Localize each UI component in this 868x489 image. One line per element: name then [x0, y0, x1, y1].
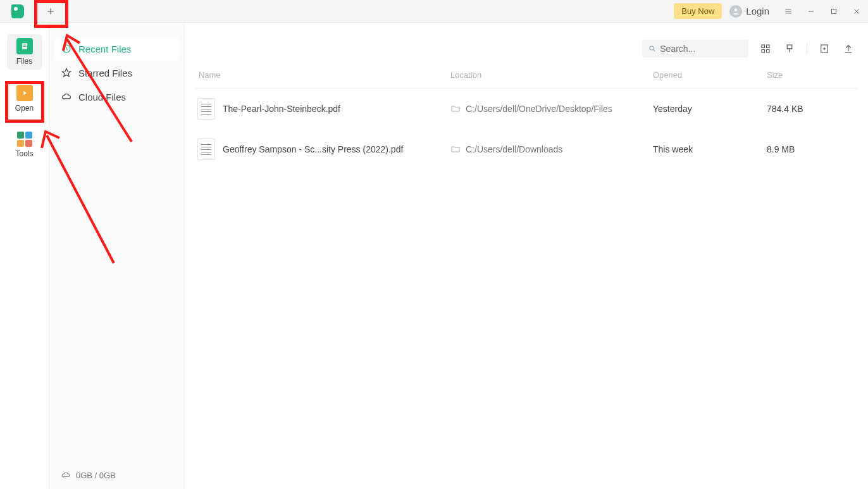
file-location-cell: C:/Users/dell/Downloads	[450, 144, 653, 154]
rail-item-label: Tools	[15, 149, 33, 158]
svg-point-16	[650, 46, 654, 50]
file-nav-panel: Recent Files Starred Files Cloud Files 0…	[49, 23, 185, 489]
star-icon	[61, 67, 72, 78]
hamburger-icon	[784, 7, 793, 16]
toolbar-separator	[807, 43, 807, 54]
table-row[interactable]: The-Pearl-John-Steinbeck.pdf C:/Users/de…	[195, 89, 858, 129]
nav-item-label: Starred Files	[78, 68, 132, 78]
svg-rect-12	[23, 46, 26, 47]
file-size: 784.4 KB	[767, 104, 855, 114]
pin-button[interactable]	[783, 42, 797, 56]
folder-icon	[450, 144, 461, 154]
storage-footer: 0GB / 0GB	[49, 461, 184, 489]
search-box[interactable]	[642, 40, 748, 58]
table-header: Name Location Opened Size	[195, 62, 858, 89]
svg-rect-21	[767, 50, 770, 53]
column-header-name[interactable]: Name	[197, 70, 450, 80]
search-icon	[648, 44, 656, 53]
rail-item-tools[interactable]: Tools	[7, 128, 42, 162]
plus-icon	[46, 6, 56, 16]
cloud-icon	[61, 91, 72, 102]
main-content: Name Location Opened Size The-Pearl-John…	[185, 23, 868, 489]
maximize-icon	[829, 7, 838, 16]
file-name: Geoffrey Sampson - Sc...sity Press (2022…	[223, 144, 450, 154]
file-location: C:/Users/dell/OneDrive/Desktop/Files	[466, 104, 612, 114]
rail-item-files[interactable]: Files	[7, 34, 42, 70]
new-file-button[interactable]	[817, 42, 831, 56]
login-label: Login	[746, 6, 769, 16]
close-icon	[852, 7, 861, 16]
rail-item-label: Files	[16, 57, 32, 66]
main-toolbar	[195, 35, 858, 62]
storage-text: 0GB / 0GB	[76, 471, 116, 480]
nav-item-recent-files[interactable]: Recent Files	[54, 37, 179, 61]
file-name: The-Pearl-John-Steinbeck.pdf	[223, 104, 450, 114]
table-row[interactable]: Geoffrey Sampson - Sc...sity Press (2022…	[195, 129, 858, 170]
window-maximize-button[interactable]	[822, 0, 845, 23]
svg-line-17	[654, 50, 655, 52]
new-tab-button[interactable]	[35, 0, 66, 23]
minimize-icon	[807, 7, 815, 16]
file-opened: Yesterday	[653, 104, 767, 114]
svg-rect-7	[832, 9, 836, 13]
file-location: C:/Users/dell/Downloads	[466, 144, 562, 154]
window-minimize-button[interactable]	[800, 0, 822, 23]
column-header-size[interactable]: Size	[767, 70, 855, 80]
file-thumbnail-icon	[197, 139, 215, 160]
svg-rect-11	[23, 45, 26, 46]
grid-icon	[760, 43, 771, 54]
tools-grid-icon	[17, 132, 32, 147]
file-thumbnail-icon	[197, 98, 215, 120]
view-grid-button[interactable]	[759, 42, 772, 56]
upload-button[interactable]	[841, 42, 855, 56]
nav-item-starred-files[interactable]: Starred Files	[49, 61, 184, 85]
file-size: 8.9 MB	[767, 144, 855, 154]
svg-marker-15	[62, 68, 71, 77]
svg-rect-20	[762, 50, 765, 53]
pdfelement-logo-icon	[11, 4, 24, 18]
app-logo	[0, 0, 35, 22]
pin-icon	[784, 43, 795, 54]
avatar-icon	[729, 5, 742, 18]
files-app-icon	[16, 38, 33, 54]
nav-item-label: Cloud Files	[78, 92, 126, 102]
window-close-button[interactable]	[845, 0, 868, 23]
folder-icon	[450, 104, 461, 114]
app-body: Files Open Tools Recent Files	[0, 23, 868, 489]
buy-now-button[interactable]: Buy Now	[674, 3, 722, 19]
left-rail: Files Open Tools	[0, 23, 49, 489]
file-location-cell: C:/Users/dell/OneDrive/Desktop/Files	[450, 104, 653, 114]
svg-rect-22	[787, 45, 792, 49]
menu-button[interactable]	[777, 0, 800, 23]
clock-icon	[61, 43, 72, 54]
file-plus-icon	[819, 43, 830, 54]
nav-item-label: Recent Files	[78, 44, 131, 54]
file-opened: This week	[653, 144, 767, 154]
nav-item-cloud-files[interactable]: Cloud Files	[49, 85, 184, 109]
login-button[interactable]: Login	[729, 5, 769, 18]
titlebar: Buy Now Login	[0, 0, 868, 23]
svg-rect-19	[767, 45, 770, 48]
svg-marker-13	[23, 91, 27, 95]
cloud-icon	[61, 470, 71, 480]
rail-item-open[interactable]: Open	[7, 81, 42, 116]
open-folder-icon	[16, 85, 33, 101]
column-header-location[interactable]: Location	[450, 70, 653, 80]
search-input[interactable]	[660, 44, 742, 54]
svg-point-2	[735, 8, 738, 11]
rail-item-label: Open	[15, 104, 34, 113]
svg-rect-18	[762, 45, 765, 48]
upload-icon	[843, 43, 854, 54]
column-header-opened[interactable]: Opened	[653, 70, 767, 80]
